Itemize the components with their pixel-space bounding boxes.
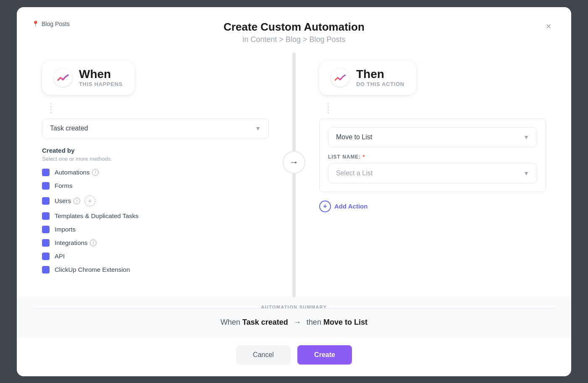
cancel-button[interactable]: Cancel: [236, 345, 291, 365]
checkbox-api[interactable]: [42, 253, 50, 260]
method-label-templates: Templates & Duplicated Tasks: [55, 212, 139, 219]
summary-bar: AUTOMATION SUMMARY When Task created → t…: [17, 297, 571, 339]
modal-body: →: [17, 52, 571, 376]
summary-text: When Task created → then Move to List: [34, 318, 554, 327]
method-item-users: Users i +: [42, 195, 269, 206]
created-by-subtitle: Select one or more methods.: [42, 156, 269, 162]
trigger-dropdown[interactable]: Task created ▼: [42, 118, 269, 138]
select-list-placeholder: Select a List: [336, 169, 373, 177]
list-name-label: LIST NAME: *: [328, 154, 537, 160]
checkbox-chrome[interactable]: [42, 266, 50, 274]
modal-header: 📍 Blog Posts Create Custom Automation in…: [17, 7, 571, 52]
checkbox-imports[interactable]: [42, 226, 50, 233]
clickup-logo-then: [331, 68, 349, 87]
info-icon-users[interactable]: i: [74, 198, 80, 204]
method-item-integrations: Integrations i: [42, 239, 269, 247]
checkbox-templates[interactable]: [42, 212, 50, 220]
method-item-api: API: [42, 253, 269, 260]
add-action-row[interactable]: + Add Action: [319, 201, 368, 212]
summary-task-created: Task created: [242, 318, 288, 326]
method-label-imports: Imports: [55, 226, 76, 233]
method-label-forms: Forms: [55, 182, 73, 189]
when-trigger-text: When THIS HAPPENS: [79, 68, 123, 87]
automation-area: →: [17, 52, 571, 297]
method-item-chrome: ClickUp Chrome Extension: [42, 266, 269, 274]
trigger-chevron-icon: ▼: [255, 125, 261, 132]
checkbox-users[interactable]: [42, 197, 50, 205]
then-trigger-text: Then DO THIS ACTION: [356, 68, 404, 87]
checkbox-forms[interactable]: [42, 182, 50, 190]
arrow-circle: →: [283, 151, 305, 174]
checkbox-integrations[interactable]: [42, 239, 50, 247]
then-card: Then DO THIS ACTION: [319, 61, 416, 95]
created-by-title: Created by: [42, 147, 269, 154]
when-heading: When: [79, 68, 123, 80]
modal-overlay: 📍 Blog Posts Create Custom Automation in…: [0, 0, 588, 383]
summary-when: When: [220, 318, 240, 326]
method-label-chrome: ClickUp Chrome Extension: [55, 266, 130, 273]
add-action-icon: +: [319, 201, 331, 212]
then-heading: Then: [356, 68, 404, 80]
when-subheading: THIS HAPPENS: [79, 81, 123, 87]
add-users-icon[interactable]: +: [84, 195, 95, 206]
method-label-integrations: Integrations i: [55, 239, 97, 246]
action-dropdown[interactable]: Move to List ▼: [328, 127, 537, 147]
required-star: *: [363, 154, 365, 160]
method-item-forms: Forms: [42, 182, 269, 190]
add-action-label: Add Action: [334, 203, 368, 210]
modal-subtitle: in Content > Blog > Blog Posts: [34, 35, 554, 44]
location-text: Blog Posts: [42, 21, 70, 27]
info-icon-integrations[interactable]: i: [90, 240, 97, 246]
summary-arrow: →: [294, 318, 301, 327]
then-subheading: DO THIS ACTION: [356, 81, 404, 87]
summary-move-to-list: Move to List: [323, 318, 368, 326]
location-pin-icon: 📍: [32, 21, 39, 27]
modal: 📍 Blog Posts Create Custom Automation in…: [17, 7, 571, 376]
action-card: Move to List ▼ LIST NAME: * Select a Lis…: [319, 118, 546, 192]
vertical-divider: [292, 52, 296, 297]
connector-dots-right: [328, 103, 329, 113]
summary-then: then: [307, 318, 321, 326]
action-chevron-icon: ▼: [523, 134, 529, 141]
method-label-api: API: [55, 253, 65, 260]
trigger-dropdown-label: Task created: [50, 125, 88, 132]
checkbox-automations[interactable]: [42, 169, 50, 176]
left-panel: When THIS HAPPENS Task created ▼: [42, 61, 294, 279]
right-panel: Then DO THIS ACTION Move to List ▼: [294, 61, 546, 212]
method-label-users: Users i +: [55, 195, 95, 206]
created-by-section: Created by Select one or more methods. A…: [42, 147, 269, 279]
method-label-automations: Automations i: [55, 169, 99, 176]
when-card: When THIS HAPPENS: [42, 61, 134, 95]
method-item-automations: Automations i: [42, 169, 269, 176]
summary-bar-label: AUTOMATION SUMMARY: [256, 305, 332, 310]
select-list-chevron-icon: ▼: [523, 170, 529, 177]
method-item-templates: Templates & Duplicated Tasks: [42, 212, 269, 220]
create-button[interactable]: Create: [297, 345, 352, 365]
close-button[interactable]: ×: [541, 19, 556, 34]
select-list-dropdown[interactable]: Select a List ▼: [328, 163, 537, 183]
location-badge: 📍 Blog Posts: [32, 21, 70, 27]
modal-title: Create Custom Automation: [34, 21, 554, 34]
method-item-imports: Imports: [42, 226, 269, 233]
modal-footer: Cancel Create: [17, 339, 571, 376]
connector-dots-left: [50, 103, 52, 113]
info-icon-automations[interactable]: i: [92, 169, 99, 176]
action-dropdown-label: Move to List: [336, 133, 372, 141]
summary-divider: AUTOMATION SUMMARY: [34, 303, 554, 314]
clickup-logo-when: [54, 68, 72, 87]
